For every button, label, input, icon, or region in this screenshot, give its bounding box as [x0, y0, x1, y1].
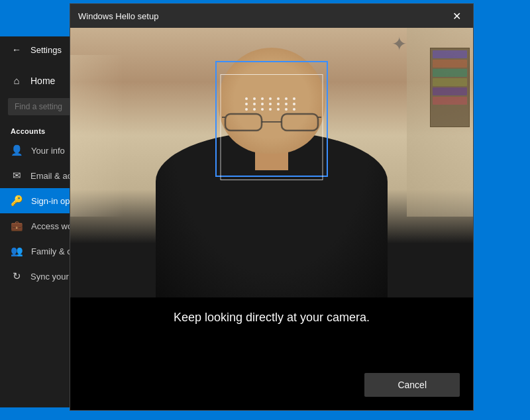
email-label: Email & ac — [30, 171, 72, 181]
face-dot — [285, 97, 288, 100]
face-dot — [245, 108, 248, 111]
camera-area: ✦ — [70, 28, 473, 297]
family-label: Family & c — [31, 246, 72, 256]
window-light — [70, 55, 123, 217]
home-label: Home — [30, 76, 55, 86]
bottom-area: Keep looking directly at your camera. Ca… — [70, 297, 473, 410]
your-info-icon: 👤 — [11, 144, 23, 156]
face-dot — [253, 108, 256, 111]
face-dot — [261, 97, 264, 100]
hello-close-button[interactable]: ✕ — [448, 7, 465, 25]
face-dot — [285, 108, 288, 111]
access-label: Access wo — [31, 221, 72, 231]
your-info-label: Your info — [31, 146, 65, 156]
home-icon: ⌂ — [11, 75, 23, 86]
sync-label: Sync your — [30, 272, 69, 282]
camera-background: ✦ — [70, 28, 473, 297]
face-recognition-dots — [245, 97, 298, 111]
face-dot — [285, 103, 288, 105]
face-dot — [269, 97, 272, 100]
sign-in-label: Sign-in op — [31, 196, 70, 206]
face-dot — [269, 108, 272, 111]
email-icon: ✉ — [11, 170, 23, 182]
bookshelf — [430, 48, 470, 127]
face-dot — [293, 103, 295, 105]
hello-dialog-title: Windows Hello setup — [78, 11, 158, 21]
ceiling-fan-decoration: ✦ — [392, 33, 407, 55]
settings-window-title: Settings — [30, 45, 62, 55]
face-dot — [277, 97, 280, 100]
hello-dialog: Windows Hello setup ✕ ✦ — [70, 3, 474, 411]
back-button[interactable]: ← — [8, 43, 25, 56]
cancel-button[interactable]: Cancel — [364, 373, 460, 397]
sign-in-icon: 🔑 — [11, 195, 23, 207]
face-dot — [293, 97, 295, 100]
face-detection-inner-box — [221, 74, 323, 180]
access-icon: 💼 — [11, 220, 23, 232]
face-dot — [245, 97, 248, 100]
face-dot — [245, 103, 248, 105]
face-dot — [261, 108, 264, 111]
family-icon: 👥 — [11, 245, 23, 257]
face-dot — [293, 108, 295, 111]
face-dot — [253, 103, 256, 105]
face-dot — [269, 103, 272, 105]
hello-titlebar: Windows Hello setup ✕ — [70, 4, 473, 28]
face-dot — [253, 97, 256, 100]
instruction-text: Keep looking directly at your camera. — [174, 311, 370, 325]
desktop: ← Settings — □ ✕ ⌂ Home Accounts 👤 Your … — [0, 0, 530, 420]
face-dot — [277, 103, 280, 105]
sync-icon: ↻ — [11, 270, 23, 282]
face-dot — [261, 103, 264, 105]
face-dot — [277, 108, 280, 111]
